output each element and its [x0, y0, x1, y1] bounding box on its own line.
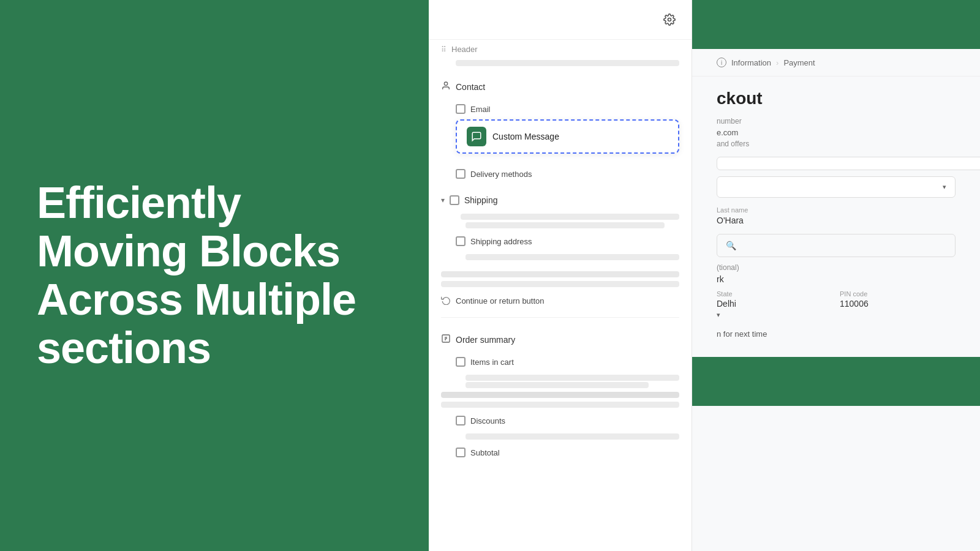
continue-return-item[interactable]: Continue or return button [429, 290, 692, 312]
hero-title: Efficiently Moving Blocks Across Multipl… [37, 179, 392, 373]
subtotal-item[interactable]: Subtotal [429, 442, 692, 463]
country-select[interactable]: ▾ [717, 176, 956, 198]
breadcrumb-payment-label: Payment [783, 58, 815, 67]
delivery-methods-label: Delivery methods [470, 170, 532, 179]
person-icon [441, 81, 451, 92]
discounts-item[interactable]: Discounts [429, 410, 692, 431]
items-in-cart-item[interactable]: Items in cart [429, 351, 692, 372]
address-optional-row: (tional) rk [692, 261, 980, 287]
editor-panel: ⠿ Header Contact Email [429, 0, 692, 551]
svg-point-1 [444, 82, 447, 85]
delivery-methods-item[interactable]: Delivery methods [429, 163, 692, 184]
email-value: e.com [717, 128, 956, 137]
checkout-bottom-bar [692, 357, 980, 406]
settings-icon[interactable] [660, 10, 679, 29]
email-label: Email [470, 105, 491, 114]
chevron-down-icon: ▾ [441, 196, 445, 204]
svg-point-0 [668, 18, 671, 21]
discounts-corner-icon [456, 416, 466, 425]
delivery-corner-icon [456, 169, 466, 179]
custom-message-dropdown[interactable]: Custom Message [456, 119, 679, 154]
state-value: Delhi [717, 299, 832, 309]
last-name-field: Last name O'Hara [717, 206, 956, 225]
contact-label: Contact [456, 82, 485, 92]
state-field: State Delhi ▾ [717, 290, 832, 320]
shipping-address-label: Shipping address [470, 237, 532, 246]
pin-value: 110006 [840, 299, 956, 309]
hero-panel: Efficiently Moving Blocks Across Multipl… [0, 0, 429, 551]
order-summary-label: Order summary [456, 335, 515, 345]
save-info-text: n for next time [717, 329, 767, 339]
subtotal-label: Subtotal [470, 448, 500, 457]
order-summary-section: Order summary Items in cart Discounts Su… [429, 323, 692, 468]
list-icon [441, 334, 451, 345]
contact-header: Contact [429, 75, 692, 99]
name-row: Last name O'Hara [692, 201, 980, 230]
chevron-down-icon: ▾ [943, 183, 946, 191]
breadcrumb-info-label: Information [731, 58, 771, 67]
items-in-cart-label: Items in cart [470, 358, 514, 367]
address-optional-label: (tional) [717, 263, 956, 272]
email-item[interactable]: Email [429, 99, 692, 119]
custom-message-icon-bg [467, 127, 486, 146]
shipping-section: ▾ Shipping Shipping address [429, 184, 692, 268]
checkout-title: ckout [692, 77, 980, 114]
shipping-corner-icon [450, 195, 459, 205]
items-corner-icon [456, 357, 466, 367]
country-select-row[interactable]: ▾ [717, 176, 956, 198]
state-chevron-icon: ▾ [717, 311, 720, 318]
subtotal-corner-icon [456, 448, 466, 457]
offers-section: and offers [692, 138, 980, 154]
email-corner-icon [456, 104, 466, 114]
checkout-top-bar [692, 0, 980, 49]
order-summary-header: Order summary [429, 328, 692, 351]
last-name-value: O'Hara [717, 216, 956, 225]
state-label: State [717, 290, 832, 298]
pin-label: PIN code [840, 290, 956, 298]
refresh-icon [441, 295, 451, 307]
contact-section: Contact Email Custom Message [429, 70, 692, 163]
shipping-header[interactable]: ▾ Shipping [429, 189, 692, 211]
info-icon: i [717, 58, 726, 67]
save-info-row: n for next time [692, 323, 980, 345]
search-icon: 🔍 [726, 241, 736, 250]
shipping-address-item[interactable]: Shipping address [429, 231, 692, 252]
pin-field: PIN code 110006 [840, 290, 956, 309]
shipping-label: Shipping [464, 195, 498, 205]
checkout-panel: i Information › Payment ckout number e.c… [692, 0, 980, 551]
offers-field[interactable] [717, 157, 980, 170]
shipping-addr-corner-icon [456, 236, 466, 246]
email-section-item[interactable]: Email Custom Message [429, 99, 692, 154]
state-pin-row: State Delhi ▾ PIN code 110006 [692, 287, 980, 323]
email-field-label: number [717, 117, 956, 126]
custom-message-label: Custom Message [492, 132, 559, 141]
offers-text: and offers [717, 140, 956, 148]
checkout-breadcrumb: i Information › Payment [692, 49, 980, 77]
address-search-row[interactable]: 🔍 [717, 234, 956, 257]
breadcrumb-separator: › [776, 58, 778, 67]
continue-return-label: Continue or return button [456, 296, 545, 305]
last-name-label: Last name [717, 206, 956, 214]
email-section: number e.com [692, 114, 980, 138]
address-optional-value: rk [717, 274, 956, 284]
editor-header [429, 0, 692, 40]
discounts-label: Discounts [470, 416, 505, 425]
